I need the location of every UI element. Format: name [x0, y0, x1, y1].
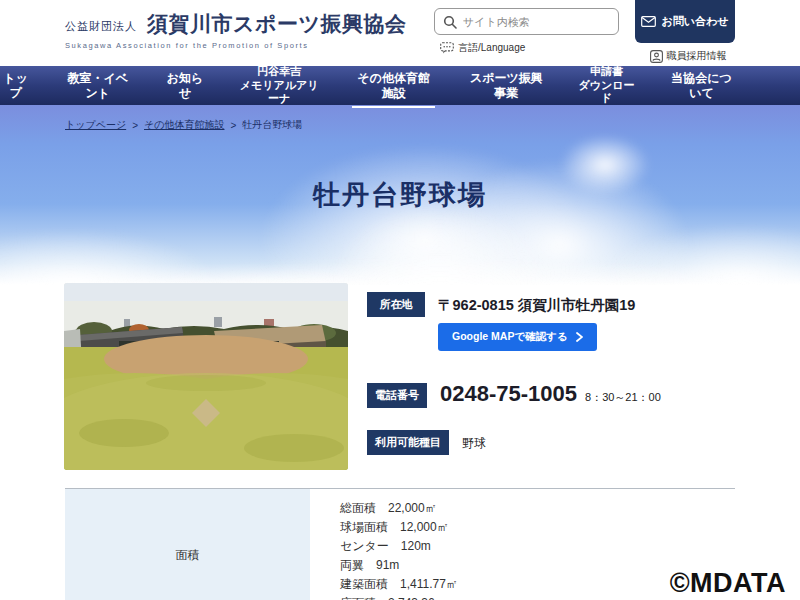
- nav-item-memorial-arena[interactable]: 円谷幸吉 メモリアルアリーナ: [236, 65, 322, 106]
- nav-item-events[interactable]: 教室・イベント: [61, 71, 134, 101]
- area-line: 両翼 91m: [340, 556, 458, 575]
- phone-badge: 電話番号: [367, 383, 427, 408]
- page-title: 牡丹台野球場: [0, 177, 800, 213]
- main-nav: トップ 教室・イベント お知らせ 円谷幸吉 メモリアルアリーナ その他体育館施設…: [0, 66, 800, 105]
- person-icon: [650, 50, 663, 63]
- phone-hours: 8：30～21：00: [585, 390, 661, 405]
- facility-details-table: 面積 総面積 22,000㎡ 球場面積 12,000㎡ センター 120m 両翼…: [65, 488, 735, 600]
- area-line: 球場面積 12,000㎡: [340, 518, 458, 537]
- location-row: 所在地 〒962-0815 須賀川市牡丹園19 Google MAPで確認する: [367, 292, 737, 351]
- available-sports-row: 利用可能種目 野球: [367, 430, 737, 455]
- breadcrumb-current: 牡丹台野球場: [242, 118, 302, 132]
- language-label: 言語/Language: [458, 41, 525, 55]
- breadcrumb-separator: >: [230, 120, 236, 131]
- mail-icon: [641, 16, 656, 27]
- org-type-label: 公益財団法人: [65, 19, 137, 38]
- nav-item-about[interactable]: 当協会について: [665, 71, 738, 101]
- contact-label: お問い合わせ: [661, 14, 728, 29]
- area-line: 総面積 22,000㎡: [340, 499, 458, 518]
- phone-row: 電話番号 0248-75-1005 8：30～21：00: [367, 383, 737, 408]
- breadcrumb-home[interactable]: トップページ: [65, 118, 126, 132]
- breadcrumb: トップページ > その他体育館施設 > 牡丹台野球場: [65, 118, 302, 132]
- available-sports-value: 野球: [462, 430, 486, 452]
- chevron-right-icon: [576, 332, 583, 342]
- site-search-box[interactable]: [434, 8, 619, 35]
- org-name-english: Sukagawa Association for the Promotion o…: [65, 41, 406, 50]
- hero-banner: トップページ > その他体育館施設 > 牡丹台野球場 牡丹台野球場: [0, 105, 800, 285]
- search-icon: [443, 15, 457, 29]
- facility-info: 所在地 〒962-0815 須賀川市牡丹園19 Google MAPで確認する …: [367, 292, 737, 455]
- phone-number: 0248-75-1005: [440, 383, 577, 405]
- site-logo[interactable]: 公益財団法人 須賀川市スポーツ振興協会 Sukagawa Association…: [65, 10, 406, 50]
- nav-item-application-download[interactable]: 申請書 ダウンロード: [578, 65, 636, 106]
- speech-bubble-icon: [440, 42, 454, 54]
- area-line: 床面積 2,743.36㎡: [340, 594, 458, 600]
- table-row-area: 面積 総面積 22,000㎡ 球場面積 12,000㎡ センター 120m 両翼…: [65, 489, 735, 600]
- address-text: 〒962-0815 須賀川市牡丹園19: [438, 292, 635, 315]
- area-line: センター 120m: [340, 537, 458, 556]
- google-map-button[interactable]: Google MAPで確認する: [438, 323, 597, 351]
- breadcrumb-separator: >: [132, 120, 138, 131]
- contact-button[interactable]: お問い合わせ: [635, 0, 735, 43]
- nav-item-news[interactable]: お知らせ: [164, 71, 206, 101]
- nav-item-sports-promotion[interactable]: スポーツ振興事業: [465, 71, 548, 101]
- site-header: 公益財団法人 須賀川市スポーツ振興協会 Sukagawa Association…: [0, 0, 800, 66]
- nav-item-top[interactable]: トップ: [0, 71, 31, 101]
- nav-item-other-facilities[interactable]: その他体育館施設: [352, 71, 435, 101]
- search-input[interactable]: [463, 16, 603, 28]
- area-value-cell: 総面積 22,000㎡ 球場面積 12,000㎡ センター 120m 両翼 91…: [310, 489, 458, 600]
- mdata-watermark: ©MDATA: [670, 568, 786, 599]
- available-sports-badge: 利用可能種目: [367, 430, 449, 455]
- location-badge: 所在地: [367, 292, 425, 317]
- recruit-label: 職員採用情報: [667, 49, 727, 63]
- recruit-link[interactable]: 職員採用情報: [650, 49, 727, 63]
- facility-photo: [64, 283, 348, 470]
- google-map-button-label: Google MAPで確認する: [452, 330, 568, 344]
- language-link[interactable]: 言語/Language: [440, 41, 525, 55]
- area-line: 建築面積 1,411.77㎡: [340, 575, 458, 594]
- area-label-cell: 面積: [65, 489, 310, 600]
- org-name: 須賀川市スポーツ振興協会: [147, 10, 406, 38]
- breadcrumb-other-facilities[interactable]: その他体育館施設: [144, 118, 224, 132]
